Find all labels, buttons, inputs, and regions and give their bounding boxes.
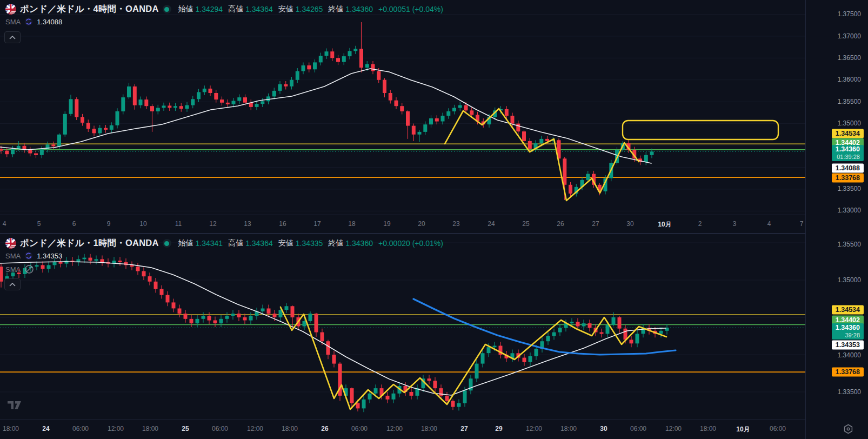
candle [92, 129, 96, 133]
candle [475, 364, 479, 379]
candle [11, 149, 15, 155]
tradingview-logo[interactable] [8, 401, 22, 413]
candle [321, 332, 324, 342]
symbol-flag-icon [5, 4, 16, 15]
collapse-legend-button-4h[interactable] [4, 31, 21, 43]
candle [522, 131, 526, 141]
time-label: 4 [754, 220, 784, 228]
ohlc-values-1h: 始値1.34341 高値1.34364 安値1.34335 終値1.34360 … [175, 238, 443, 248]
candle [267, 309, 271, 314]
sma-value-1h: 1.34353 [37, 252, 62, 260]
candle [148, 276, 152, 282]
candle [470, 110, 473, 115]
candle [332, 355, 336, 364]
candle [392, 394, 396, 400]
candle [46, 144, 50, 149]
candle [121, 97, 125, 111]
price-tick-label: 1.35500 [838, 98, 861, 105]
time-label: 20 [406, 220, 437, 228]
candle [284, 84, 288, 87]
time-label-major: 29 [484, 425, 514, 433]
price-tick-label: 1.37500 [838, 10, 861, 18]
sma-indicator-label-4h[interactable]: SMA [5, 18, 21, 26]
candle [383, 80, 386, 93]
time-label: 2 [685, 220, 715, 228]
time-label: 12:00 [379, 425, 410, 433]
candle [202, 316, 205, 319]
orange-line-price-label-1h[interactable]: 1.33768 [832, 368, 864, 377]
tradingview-multichart: ポンド／米ドル・4時間・OANDA 始値1.34294 高値1.34364 安値… [0, 0, 868, 439]
candle [451, 401, 455, 407]
symbol-title-1h[interactable]: ポンド／米ドル・1時間・OANDA [20, 237, 159, 249]
yellow-line-price-label-4h[interactable]: 1.34534 [832, 129, 864, 138]
candle [104, 128, 108, 130]
sma-indicator-label-1h[interactable]: SMA [5, 252, 21, 260]
sma-price-label-1h[interactable]: 1.34353 [832, 341, 864, 350]
legend-1h: ポンド／米ドル・1時間・OANDA 始値1.34341 高値1.34364 安値… [5, 237, 443, 274]
candle [57, 135, 61, 147]
time-axis-1h[interactable]: 18:002406:0012:0018:002506:0012:0018:002… [0, 420, 805, 438]
collapse-legend-button-1h[interactable] [4, 278, 21, 290]
time-axis-4h[interactable]: 456910111213161718192023242526273010月234… [0, 215, 805, 234]
candle [203, 89, 206, 92]
hidden-sma-indicator-label-1h[interactable]: SMA [5, 265, 21, 274]
last-price-label-1h[interactable]: 1.3436039:28 [832, 323, 864, 340]
time-label-major: 10月 [728, 425, 758, 434]
candle [644, 155, 648, 162]
candle [243, 317, 247, 321]
orange-line-price-label-4h[interactable]: 1.33768 [832, 174, 864, 183]
candle [423, 124, 427, 132]
time-label: 12:00 [240, 425, 270, 433]
last-price-label-4h[interactable]: 1.3436001:39:28 [832, 145, 864, 161]
time-label: 12:00 [101, 425, 131, 433]
candle [291, 306, 295, 317]
candle [659, 331, 663, 334]
candle [545, 139, 549, 141]
ohlc-values-4h: 始値1.34294 高値1.34364 安値1.34265 終値1.34360 … [175, 4, 443, 14]
candle [168, 105, 171, 108]
candle [261, 309, 265, 312]
yellow-zigzag-drawing[interactable] [445, 109, 639, 201]
time-label-major: 30 [589, 425, 619, 433]
candle [606, 325, 610, 334]
candle [226, 103, 230, 104]
timezone-settings-gear-icon[interactable] [843, 424, 853, 436]
time-label: 18:00 [135, 425, 165, 433]
candle [172, 302, 176, 308]
price-axis[interactable]: 1.375001.370001.365001.360001.355001.350… [805, 0, 868, 439]
time-label-major: 26 [310, 425, 340, 433]
candle [435, 118, 439, 122]
candle [365, 64, 369, 68]
price-pane-4h[interactable] [0, 0, 805, 215]
sma-price-label-4h[interactable]: 1.34088 [832, 164, 864, 173]
candle [330, 51, 334, 58]
candle [452, 108, 456, 112]
candle [406, 111, 410, 126]
candle [208, 316, 211, 320]
blue-ma-line[interactable] [413, 299, 676, 355]
candle [309, 314, 312, 321]
sma-line [0, 69, 651, 163]
yellow-line-price-label-1h[interactable]: 1.34534 [832, 305, 864, 315]
candle [348, 51, 352, 56]
candle [353, 49, 357, 51]
candle [457, 403, 461, 407]
candle [624, 329, 627, 340]
symbol-flag-icon [5, 238, 16, 249]
eye-hidden-icon[interactable] [24, 264, 34, 274]
price-tick-label: 1.33000 [838, 207, 861, 214]
time-label: 27 [580, 220, 611, 228]
candle [190, 319, 193, 323]
candle [636, 334, 639, 343]
candle [535, 349, 538, 356]
candle [412, 126, 416, 135]
symbol-title-4h[interactable]: ポンド／米ドル・4時間・OANDA [20, 3, 159, 15]
candle [232, 101, 236, 105]
candle [563, 158, 566, 185]
candle [612, 317, 616, 325]
candle [371, 64, 375, 71]
time-label: 12 [198, 220, 228, 228]
candle [389, 93, 392, 101]
candle [539, 139, 543, 143]
candle [377, 71, 380, 80]
